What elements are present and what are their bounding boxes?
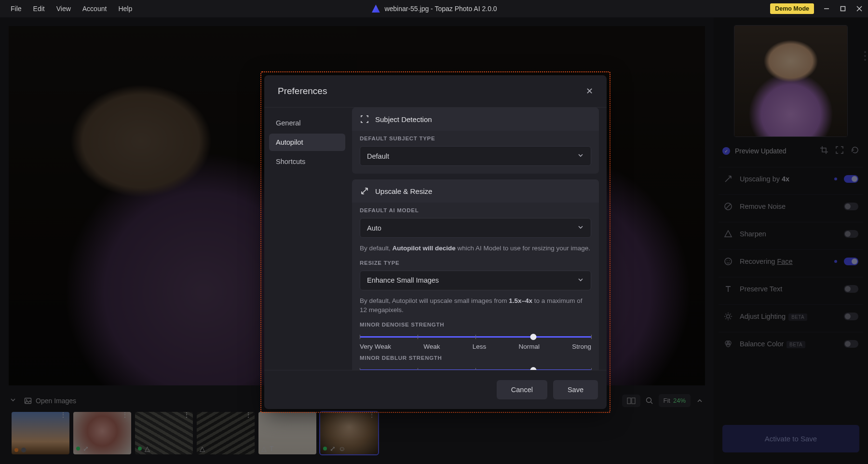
menu-account[interactable]: Account	[77, 2, 113, 15]
resize-icon	[360, 186, 369, 196]
subject-icon	[360, 114, 369, 124]
ai-model-hint: By default, Autopilot will decide which …	[352, 238, 599, 255]
resize-hint: By default, Autopilot will upscale small…	[352, 290, 599, 317]
resize-type-select[interactable]: Enhance Small Images	[360, 271, 591, 290]
chevron-down-icon	[577, 152, 584, 160]
menu-help[interactable]: Help	[112, 2, 138, 15]
chevron-down-icon	[577, 276, 584, 285]
dialog-title: Preferences	[278, 86, 327, 96]
section-upscale-resize: Upscale & Resize DEFAULT AI MODEL Auto B…	[352, 179, 599, 370]
ai-model-select[interactable]: Auto	[360, 218, 591, 238]
chevron-down-icon	[577, 224, 584, 232]
deblur-slider[interactable]	[360, 366, 591, 370]
menu-file[interactable]: File	[5, 2, 27, 15]
menu-edit[interactable]: Edit	[27, 2, 51, 15]
denoise-slider[interactable]	[360, 332, 591, 342]
minimize-button[interactable]	[823, 5, 830, 13]
tab-autopilot[interactable]: Autopilot	[269, 134, 345, 151]
subject-type-select[interactable]: Default	[360, 146, 591, 166]
tab-general[interactable]: General	[269, 114, 345, 132]
field-label: MINOR DEBLUR STRENGTH	[360, 355, 591, 361]
preferences-dialog: Preferences ✕ General Autopilot Shortcut…	[264, 75, 607, 409]
section-subject-detection: Subject Detection DEFAULT SUBJECT TYPE D…	[352, 108, 599, 174]
section-title: Subject Detection	[375, 115, 432, 123]
save-button[interactable]: Save	[553, 380, 598, 399]
demo-mode-badge: Demo Mode	[770, 3, 814, 14]
field-label: DEFAULT AI MODEL	[360, 207, 591, 213]
field-label: MINOR DENOISE STRENGTH	[360, 322, 591, 328]
field-label: RESIZE TYPE	[360, 260, 591, 266]
close-button[interactable]	[855, 5, 863, 13]
tab-shortcuts[interactable]: Shortcuts	[269, 153, 345, 170]
window-title: webinar-55.jpg - Topaz Photo AI 2.0.0	[384, 5, 497, 13]
cancel-button[interactable]: Cancel	[497, 380, 547, 399]
menu-view[interactable]: View	[51, 2, 77, 15]
menubar: File Edit View Account Help webinar-55.j…	[0, 0, 868, 17]
section-title: Upscale & Resize	[375, 187, 432, 195]
svg-rect-1	[841, 7, 845, 11]
field-label: DEFAULT SUBJECT TYPE	[360, 136, 591, 141]
app-logo-icon	[371, 4, 380, 14]
close-icon[interactable]: ✕	[586, 86, 593, 96]
maximize-button[interactable]	[839, 5, 847, 13]
